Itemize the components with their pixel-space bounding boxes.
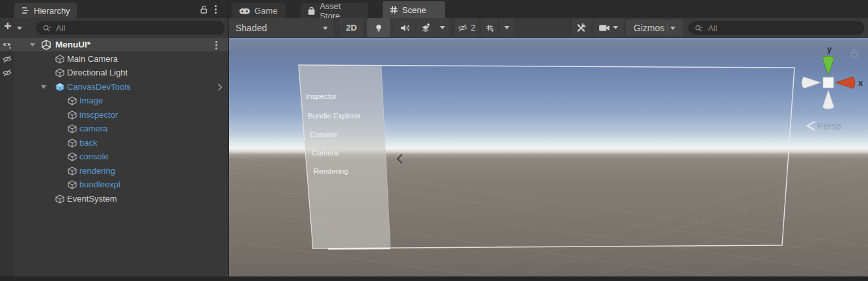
prefab-cube-icon — [55, 82, 65, 92]
scene-tab-bar: Game Asset Store Scene — [229, 0, 868, 18]
tree-item-label: CanvasDevTools — [67, 82, 131, 92]
grid-visibility-toggle[interactable] — [481, 18, 498, 37]
tree-item-rendering[interactable]: rendering — [0, 164, 228, 178]
tree-item-console[interactable]: console — [0, 150, 228, 163]
cube-icon — [55, 68, 65, 78]
scene-search-input[interactable] — [707, 23, 858, 34]
menu-item-bundle-explorer[interactable]: Bundle Explorer — [308, 112, 361, 120]
scene-options-kebab-icon[interactable] — [215, 41, 217, 49]
tree-item-eventsystem[interactable]: EventSystem — [0, 192, 228, 206]
eye-off-icon[interactable] — [2, 68, 12, 78]
tree-item-label: back — [79, 138, 97, 148]
tab-scene-label: Scene — [402, 5, 426, 15]
menu-item-inspector[interactable]: Inspector — [306, 92, 336, 100]
tree-item-label: Main Camera — [67, 54, 118, 64]
unity-logo-icon — [40, 39, 52, 51]
chevron-down-icon — [440, 26, 445, 29]
add-gameobject-button[interactable]: + — [4, 19, 12, 34]
chevron-down-icon — [323, 27, 328, 30]
2d-toggle-button[interactable]: 2D — [340, 18, 363, 37]
grid-dropdown[interactable] — [498, 18, 514, 37]
eye-off-icon[interactable] — [2, 54, 12, 64]
foldout-triangle-icon[interactable] — [41, 85, 46, 89]
2d-label: 2D — [346, 23, 357, 33]
cube-icon — [67, 152, 77, 162]
hierarchy-tab-bar: Hierarchy — [0, 0, 228, 18]
menu-item-rendering[interactable]: Rendering — [314, 167, 348, 175]
menu-panel-bottom-highlight — [328, 248, 390, 249]
hierarchy-menu-kebab-icon[interactable] — [215, 5, 217, 14]
scene-visibility-toggle[interactable]: 2 — [453, 18, 480, 37]
search-icon — [694, 24, 703, 33]
tab-game-label: Game — [254, 6, 277, 16]
hierarchy-search-row: + — [0, 18, 228, 38]
tree-item-label: Directional Light — [67, 68, 128, 77]
gizmos-dropdown[interactable]: Gizmos — [626, 20, 683, 36]
tree-item-back[interactable]: back — [0, 136, 228, 150]
tree-item-inscpector[interactable]: inscpector — [0, 108, 228, 122]
tree-item-image[interactable]: Image — [0, 94, 228, 107]
tab-asset-store[interactable]: Asset Store — [301, 3, 368, 18]
cube-icon — [67, 110, 77, 120]
tab-asset-store-label: Asset Store — [319, 1, 362, 21]
tab-scene[interactable]: Scene — [383, 1, 445, 18]
gizmo-center-cube[interactable] — [823, 77, 834, 88]
tree-item-canvasdevtools[interactable]: CanvasDevTools — [0, 80, 228, 94]
tree-item-label: EventSystem — [67, 194, 117, 204]
tree-item-label: console — [79, 152, 109, 161]
tools-icon — [576, 23, 586, 33]
scene-visibility-eye-icon[interactable] — [2, 40, 12, 49]
cube-icon — [67, 96, 77, 106]
tab-game[interactable]: Game — [232, 3, 286, 18]
scene-audio-toggle[interactable] — [393, 18, 415, 37]
cube-icon — [67, 124, 77, 134]
shopping-bag-icon — [307, 7, 316, 16]
hierarchy-tab-label: Hierarchy — [34, 6, 70, 16]
scene-camera-dropdown[interactable] — [593, 18, 623, 37]
unity-editor-window: Hierarchy + MenuUI* Main Camera — [0, 0, 868, 281]
effects-toggle[interactable] — [416, 18, 435, 37]
scene-lighting-toggle[interactable] — [367, 18, 390, 37]
video-camera-icon — [599, 23, 610, 32]
tree-item-camera[interactable]: camera — [0, 122, 228, 135]
scene-name-label: MenuUI* — [55, 40, 90, 49]
tree-item-main-camera[interactable]: Main Camera — [0, 52, 228, 66]
chevron-down-icon — [670, 27, 675, 30]
tree-item-label: inscpector — [79, 110, 118, 120]
speaker-icon — [400, 23, 409, 33]
foldout-triangle-icon[interactable] — [30, 43, 35, 47]
tree-item-label: camera — [79, 124, 107, 133]
scene-viewport[interactable]: Inspector Bundle Explorer Console Camera… — [229, 38, 868, 276]
hierarchy-list-icon — [21, 5, 30, 16]
tree-item-label: bundleexpl — [79, 180, 120, 189]
hidden-count-label: 2 — [470, 23, 475, 33]
lock-open-icon[interactable] — [199, 5, 208, 14]
status-bar — [0, 276, 868, 281]
component-tools-button[interactable] — [570, 18, 591, 37]
tab-hierarchy[interactable]: Hierarchy — [14, 3, 77, 18]
search-icon — [42, 24, 51, 33]
cube-icon — [55, 54, 65, 64]
scene-toolbar: Shaded 2D 2 — [229, 18, 868, 38]
gizmo-y-label: y — [827, 44, 832, 54]
effects-star-icon — [420, 23, 431, 33]
add-dropdown-caret-icon[interactable] — [17, 27, 22, 30]
eye-off-icon — [457, 23, 468, 33]
tree-item-directional-light[interactable]: Directional Light — [0, 66, 228, 79]
tree-item-bundleexpl[interactable]: bundleexpl — [0, 178, 228, 191]
hierarchy-search-box[interactable] — [36, 21, 224, 34]
gizmos-label: Gizmos — [634, 23, 664, 33]
draw-mode-dropdown[interactable]: Shaded — [229, 18, 335, 37]
separator — [667, 23, 668, 33]
effects-dropdown[interactable] — [435, 18, 449, 37]
chevron-right-icon[interactable] — [217, 83, 223, 92]
menu-item-console[interactable]: Console — [310, 131, 337, 139]
cube-icon — [67, 180, 77, 190]
scene-search-box[interactable] — [688, 21, 864, 34]
gamepad-icon — [239, 7, 251, 15]
gizmo-x-label: x — [858, 78, 863, 88]
menu-item-camera[interactable]: Camera — [312, 149, 339, 157]
scene-header-row[interactable]: MenuUI* — [0, 38, 228, 51]
tree-item-label: Image — [79, 96, 103, 105]
hierarchy-search-input[interactable] — [55, 23, 219, 34]
